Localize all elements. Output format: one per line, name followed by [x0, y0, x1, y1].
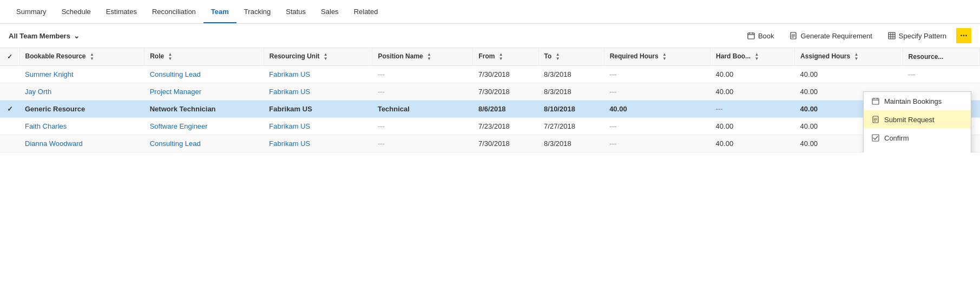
- row-from: 8/6/2018: [473, 101, 538, 118]
- filter-dropdown[interactable]: All Team Members ⌄: [9, 32, 80, 40]
- row-required-hours: ---: [604, 135, 710, 152]
- svg-rect-0: [748, 33, 754, 39]
- row-required-hours: ---: [604, 118, 710, 135]
- row-to: 8/3/2018: [538, 83, 604, 101]
- filter-label: All Team Members: [9, 32, 70, 40]
- header-checkbox[interactable]: ✓: [7, 53, 12, 61]
- row-resourcing-unit: Fabrikam US: [264, 101, 372, 118]
- row-position-name: ---: [372, 83, 473, 101]
- tab-related[interactable]: Related: [346, 1, 386, 23]
- tab-status[interactable]: Status: [278, 1, 313, 23]
- sort-icon: ▲▼: [854, 52, 858, 61]
- row-position-name: ---: [372, 135, 473, 152]
- context-menu: Maintain Bookings Submit Request Confi: [863, 91, 971, 152]
- menu-label: Delete: [884, 152, 905, 153]
- resource-name[interactable]: Dianna Woodward: [19, 135, 144, 152]
- header-hard-boo[interactable]: Hard Boo... ▲▼: [711, 48, 795, 66]
- delete-icon: [871, 152, 880, 152]
- tab-team[interactable]: Team: [203, 1, 236, 23]
- table-row: Jay Orth Project Manager Fabrikam US ---…: [0, 83, 980, 101]
- row-resource-last: ---: [903, 66, 979, 83]
- header-from-label: From: [478, 52, 495, 60]
- team-table: ✓ Bookable Resource ▲▼ Role ▲▼ Resourcin…: [0, 48, 980, 152]
- svg-rect-21: [872, 135, 879, 141]
- row-resourcing-unit: Fabrikam US: [264, 66, 372, 83]
- table-header-row: ✓ Bookable Resource ▲▼ Role ▲▼ Resourcin…: [0, 48, 980, 66]
- sort-icon: ▲▼: [499, 52, 503, 61]
- pattern-icon: [887, 31, 896, 40]
- row-hard-boo: 40.00: [711, 83, 795, 101]
- row-from: 7/23/2018: [473, 118, 538, 135]
- svg-rect-8: [889, 32, 895, 39]
- row-position-name: ---: [372, 118, 473, 135]
- row-position-name: ---: [372, 66, 473, 83]
- header-resourcing-unit-label: Resourcing Unit: [269, 52, 320, 60]
- header-to[interactable]: To ▲▼: [538, 48, 604, 66]
- calendar-icon: [747, 31, 755, 40]
- header-role[interactable]: Role ▲▼: [144, 48, 264, 66]
- row-required-hours: ---: [604, 66, 710, 83]
- row-assigned-hours: 40.00: [795, 66, 903, 83]
- menu-item-confirm[interactable]: Confirm: [864, 129, 971, 147]
- book-button[interactable]: Book: [741, 29, 780, 43]
- row-role: Network Technician: [144, 101, 264, 118]
- row-from: 7/30/2018: [473, 83, 538, 101]
- header-required-hours[interactable]: Required Hours ▲▼: [604, 48, 710, 66]
- header-resource-last: Resource...: [903, 48, 979, 66]
- resource-name[interactable]: Faith Charles: [19, 118, 144, 135]
- more-icon: ···: [960, 31, 967, 41]
- row-check[interactable]: [0, 118, 19, 135]
- row-check[interactable]: [0, 83, 19, 101]
- more-options-button[interactable]: ···: [956, 28, 971, 43]
- row-required-hours: 40.00: [604, 101, 710, 118]
- calendar-icon: [871, 97, 880, 105]
- sort-icon: ▲▼: [754, 52, 759, 61]
- row-from: 7/30/2018: [473, 135, 538, 152]
- menu-item-delete[interactable]: Delete: [864, 147, 971, 152]
- sort-icon: ▲▼: [427, 52, 431, 61]
- row-position-name: Technical: [372, 101, 473, 118]
- row-to: 7/27/2018: [538, 118, 604, 135]
- resource-name[interactable]: Generic Resource: [19, 101, 144, 118]
- table-row: Summer Knight Consulting Lead Fabrikam U…: [0, 66, 980, 83]
- header-resourcing-unit[interactable]: Resourcing Unit ▲▼: [264, 48, 372, 66]
- menu-item-maintain-bookings[interactable]: Maintain Bookings: [864, 92, 971, 110]
- header-role-label: Role: [150, 52, 164, 60]
- table-row: Faith Charles Software Engineer Fabrikam…: [0, 118, 980, 135]
- row-hard-boo: 40.00: [711, 135, 795, 152]
- tab-summary[interactable]: Summary: [9, 1, 54, 23]
- row-role: Consulting Lead: [144, 66, 264, 83]
- tab-reconciliation[interactable]: Reconciliation: [144, 1, 203, 23]
- generate-label: Generate Requirement: [801, 32, 872, 40]
- table-row-selected: ✓ Generic Resource Network Technician Fa…: [0, 101, 980, 118]
- svg-rect-13: [872, 98, 879, 104]
- table-row: Dianna Woodward Consulting Lead Fabrikam…: [0, 135, 980, 152]
- tab-estimates[interactable]: Estimates: [98, 1, 144, 23]
- header-bookable-resource[interactable]: Bookable Resource ▲▼: [19, 48, 144, 66]
- header-assigned-hours[interactable]: Assigned Hours ▲▼: [795, 48, 903, 66]
- row-resourcing-unit: Fabrikam US: [264, 135, 372, 152]
- header-position-name[interactable]: Position Name ▲▼: [372, 48, 473, 66]
- generate-requirement-button[interactable]: Generate Requirement: [784, 29, 878, 43]
- resource-name[interactable]: Summer Knight: [19, 66, 144, 83]
- menu-label: Maintain Bookings: [884, 97, 942, 105]
- tab-sales[interactable]: Sales: [313, 1, 346, 23]
- header-required-hours-label: Required Hours: [610, 52, 659, 60]
- tab-tracking[interactable]: Tracking: [236, 1, 278, 23]
- generate-icon: [790, 31, 798, 40]
- header-hard-boo-label: Hard Boo...: [716, 52, 751, 60]
- document-icon: [871, 115, 880, 124]
- menu-item-submit-request[interactable]: Submit Request: [864, 110, 971, 129]
- sort-icon: ▲▼: [556, 52, 560, 61]
- row-check[interactable]: [0, 135, 19, 152]
- row-to: 8/3/2018: [538, 135, 604, 152]
- row-check[interactable]: ✓: [0, 101, 19, 118]
- sort-icon: ▲▼: [168, 52, 173, 61]
- book-label: Book: [758, 32, 774, 40]
- row-required-hours: ---: [604, 83, 710, 101]
- specify-pattern-button[interactable]: Specify Pattern: [882, 29, 952, 43]
- row-check[interactable]: [0, 66, 19, 83]
- header-from[interactable]: From ▲▼: [473, 48, 538, 66]
- tab-schedule[interactable]: Schedule: [54, 1, 98, 23]
- resource-name[interactable]: Jay Orth: [19, 83, 144, 101]
